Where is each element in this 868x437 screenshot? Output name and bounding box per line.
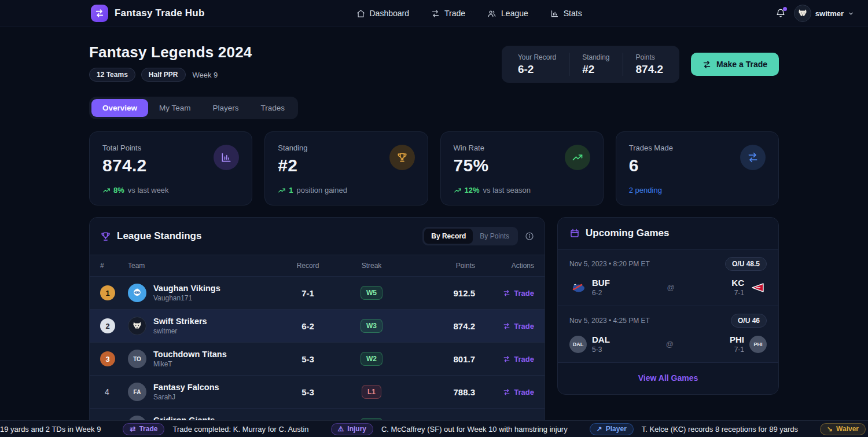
col-team: Team	[128, 262, 276, 270]
col-streak: Streak	[340, 262, 403, 270]
tab-my-team[interactable]: My Team	[148, 99, 202, 117]
table-row-own-team[interactable]: 2 Swift Strikers switmer 6-2 W3 874.2 Tr…	[90, 310, 545, 343]
notification-dot	[783, 7, 787, 11]
tab-overview[interactable]: Overview	[91, 99, 148, 117]
summary-your-record: Your Record 6-2	[505, 53, 569, 76]
chiefs-logo	[749, 279, 767, 296]
summary-label: Standing	[582, 53, 609, 61]
trend-up-icon: 12%	[454, 186, 480, 194]
user-menu[interactable]: switmer	[794, 5, 854, 22]
team-avatar: FA	[128, 383, 146, 401]
view-all-games-link[interactable]: View All Games	[638, 373, 698, 383]
points-value: 788.3	[403, 387, 479, 397]
ticker-item-injury: ⚠ Injury C. McCaffrey (SF) out for Week …	[331, 423, 568, 435]
game-datetime: Nov 5, 2023 • 8:20 PM ET	[569, 260, 650, 268]
scoring-badge: Half PPR	[141, 68, 186, 82]
col-points: Points	[403, 262, 479, 270]
record-value: 5-3	[276, 354, 340, 364]
chevron-down-icon	[848, 10, 854, 17]
nav-label: League	[501, 9, 528, 18]
trend-note: vs last season	[483, 186, 531, 194]
nav-right: switmer	[775, 5, 854, 22]
rank-badge-silver: 2	[100, 318, 115, 333]
trade-label: Trade	[514, 322, 534, 330]
warning-icon: ⚠	[338, 425, 344, 433]
tab-players[interactable]: Players	[202, 99, 250, 117]
view-tabs: Overview My Team Players Trades	[89, 97, 298, 119]
people-icon	[487, 9, 496, 18]
bar-chart-icon	[550, 9, 559, 18]
make-a-trade-button[interactable]: Make a Trade	[691, 53, 779, 76]
team-owner: SarahJ	[153, 393, 219, 401]
trade-action-button[interactable]: Trade	[479, 322, 534, 330]
team-name: Vaughan Vikings	[153, 284, 220, 293]
trophy-icon	[389, 145, 415, 170]
trending-up-icon: ↗	[597, 425, 602, 433]
bar-chart-icon	[214, 145, 239, 170]
toggle-by-points[interactable]: By Points	[473, 229, 516, 244]
swap-icon: ⇄	[130, 425, 135, 433]
pending-trades-link[interactable]: 2 pending	[629, 186, 662, 194]
trade-tag-badge: ⇄ Trade	[123, 423, 164, 435]
summary-label: Points	[636, 53, 664, 61]
nav-league[interactable]: League	[487, 9, 528, 18]
stat-cards: Total Points 874.2 8% vs last week Stand…	[89, 131, 779, 205]
trending-up-icon	[565, 145, 590, 170]
toggle-by-record[interactable]: By Record	[424, 229, 473, 244]
game-row[interactable]: Nov 5, 2023 • 8:20 PM ET O/U 48.5 BUF 6-…	[558, 249, 778, 306]
rank-badge-bronze: 3	[100, 351, 115, 366]
team-avatar	[128, 317, 146, 335]
notifications-button[interactable]	[775, 8, 786, 19]
nav-trade[interactable]: Trade	[431, 9, 465, 18]
table-header: # Team Record Streak Points Actions	[90, 255, 545, 277]
team-name: Fantasy Falcons	[153, 383, 219, 392]
info-icon[interactable]	[525, 232, 534, 241]
team-name: Touchdown Titans	[153, 350, 227, 359]
col-rank: #	[100, 262, 128, 270]
trend-value: 12%	[465, 186, 480, 194]
game-row[interactable]: Nov 5, 2023 • 4:25 PM ET O/U 46 DAL DAL …	[558, 306, 778, 363]
summary-points: Points 874.2	[623, 53, 676, 76]
week-label: Week 9	[193, 71, 218, 79]
trade-label: Trade	[514, 289, 534, 298]
points-value: 801.7	[403, 354, 479, 364]
bills-logo	[569, 279, 587, 296]
at-symbol: @	[610, 340, 730, 348]
at-symbol: @	[610, 283, 732, 292]
games-title: Upcoming Games	[586, 227, 670, 239]
nav-dashboard[interactable]: Dashboard	[356, 9, 410, 18]
stat-card-win-rate: Win Rate 75% 12% vs last season	[440, 131, 604, 205]
home-team-record: 7-1	[731, 289, 744, 297]
league-standings-card: League Standings By Record By Points # T…	[89, 217, 545, 437]
summary-value: 874.2	[636, 63, 664, 76]
nav-stats[interactable]: Stats	[550, 9, 582, 18]
ticker-item-player: ↗ Player T. Kelce (KC) records 8 recepti…	[590, 423, 798, 435]
trade-action-button[interactable]: Trade	[479, 355, 534, 363]
table-row[interactable]: 3 TO Touchdown Titans MikeT 5-3 W2 801.7…	[90, 343, 545, 376]
nav-links: Dashboard Trade League Stats	[356, 9, 582, 18]
game-datetime: Nov 5, 2023 • 4:25 PM ET	[569, 317, 650, 325]
waiver-tag-badge: ↘ Waiver	[820, 423, 866, 435]
table-row[interactable]: 1 Vaughan Vikings Vaughan171 7-1 W5 912.…	[90, 277, 545, 310]
trade-action-button[interactable]: Trade	[479, 388, 534, 396]
ticker-item-trade: ⇄ Trade Trade completed: K. Murray for C…	[123, 423, 308, 435]
summary-label: Your Record	[518, 53, 556, 61]
rank-badge-gold: 1	[100, 285, 115, 300]
username: switmer	[815, 9, 844, 18]
swap-icon	[703, 60, 711, 69]
trade-action-button[interactable]: Trade	[479, 289, 534, 298]
ticker-text: T. Kelce (KC) records 8 receptions for 8…	[642, 425, 798, 434]
ticker-text: Trade completed: K. Murray for C. Austin	[172, 425, 308, 434]
tab-trades[interactable]: Trades	[250, 99, 296, 117]
ticker-text: C. McCaffrey (SF) out for Week 10 with h…	[381, 425, 568, 434]
away-team-abbr: BUF	[592, 278, 610, 288]
summary-standing: Standing #2	[569, 53, 622, 76]
away-team-record: 6-2	[592, 289, 610, 297]
swap-icon	[740, 145, 766, 170]
streak-badge: W2	[361, 352, 382, 366]
page-header: Fantasy Legends 2024 12 Teams Half PPR W…	[89, 43, 779, 83]
calendar-icon	[569, 228, 580, 238]
table-row[interactable]: 4 FA Fantasy Falcons SarahJ 5-3 L1 788.3…	[90, 376, 545, 409]
streak-badge: W5	[361, 286, 382, 300]
trophy-icon	[100, 231, 111, 242]
